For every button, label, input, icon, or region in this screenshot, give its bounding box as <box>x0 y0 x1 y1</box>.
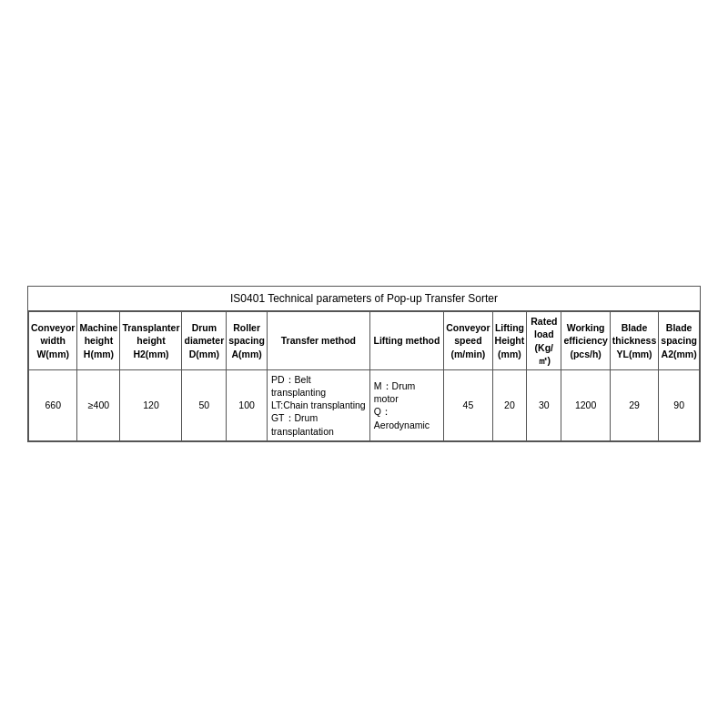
header-transfer-method: Transfer method <box>267 312 369 370</box>
header-transplanter-height: Transplanter height H2(mm) <box>120 312 182 370</box>
header-blade-thickness: Blade thickness YL(mm) <box>610 312 658 370</box>
cell-lifting-height: 20 <box>492 369 527 440</box>
technical-parameters-table: IS0401 Technical parameters of Pop-up Tr… <box>27 286 701 442</box>
cell-rated-load: 30 <box>527 369 561 440</box>
table-title: IS0401 Technical parameters of Pop-up Tr… <box>28 287 700 311</box>
cell-conveyor-width: 660 <box>29 369 77 440</box>
header-rated-load: Rated load (Kg/㎡) <box>527 312 561 370</box>
header-lifting-height: Lifting Height (mm) <box>492 312 527 370</box>
cell-working-efficiency: 1200 <box>561 369 610 440</box>
cell-transfer-method: PD：Belt transplanting LT:Chain transplan… <box>267 369 369 440</box>
header-machine-height: Machine height H(mm) <box>77 312 120 370</box>
table-row: 660 ≥400 120 50 100 PD：Belt transplantin… <box>29 369 700 440</box>
cell-roller-spacing: 100 <box>227 369 268 440</box>
header-lifting-method: Lifting method <box>369 312 443 370</box>
cell-conveyor-speed: 45 <box>444 369 492 440</box>
header-roller-spacing: Roller spacing A(mm) <box>227 312 268 370</box>
header-blade-spacing: Blade spacing A2(mm) <box>659 312 700 370</box>
cell-blade-thickness: 29 <box>610 369 658 440</box>
cell-transplanter-height: 120 <box>120 369 182 440</box>
header-conveyor-speed: Conveyor speed (m/min) <box>444 312 492 370</box>
cell-machine-height: ≥400 <box>77 369 120 440</box>
cell-blade-spacing: 90 <box>659 369 700 440</box>
cell-drum-diameter: 50 <box>182 369 227 440</box>
header-drum-diameter: Drum diameter D(mm) <box>182 312 227 370</box>
header-working-efficiency: Working efficiency (pcs/h) <box>561 312 610 370</box>
header-conveyor-width: Conveyor width W(mm) <box>29 312 77 370</box>
cell-lifting-method: M：Drum motor Q：Aerodynamic <box>369 369 443 440</box>
